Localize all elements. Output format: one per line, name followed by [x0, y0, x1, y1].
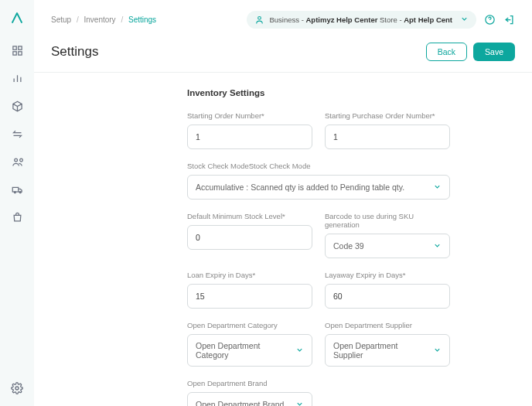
breadcrumb-setup[interactable]: Setup [51, 15, 71, 24]
svg-point-9 [258, 16, 261, 19]
minstock-input[interactable]: 0 [187, 225, 312, 250]
products-icon[interactable] [10, 99, 24, 113]
chevron-down-icon [433, 346, 442, 356]
opendeptbrand-label: Open Department Brand [187, 379, 312, 387]
chevron-down-icon [295, 346, 304, 356]
breadcrumb: Setup / Inventory / Settings [51, 15, 156, 24]
layawayexpiry-input[interactable]: 60 [325, 284, 450, 309]
barcode-label: Barcode to use during SKU generation [325, 212, 450, 229]
titlebar: Settings Back Save [34, 29, 532, 73]
barcode-select[interactable]: Code 39 [325, 234, 450, 258]
save-button[interactable]: Save [473, 43, 515, 61]
person-icon [254, 15, 264, 25]
opendeptbrand-select[interactable]: Open Department Brand [187, 392, 312, 406]
dashboard-icon[interactable] [10, 43, 24, 57]
starting-order-label: Starting Order Number* [187, 111, 312, 120]
context-selector[interactable]: Business - Aptimyz Help Center Store - A… [247, 11, 476, 29]
topbar: Setup / Inventory / Settings Business - … [34, 0, 532, 29]
layawayexpiry-label: Layaway Expiry in Days* [325, 271, 450, 279]
help-icon[interactable] [484, 14, 496, 26]
svg-point-8 [15, 387, 19, 390]
opendeptcat-value: Open Department Category [196, 341, 289, 360]
loanexpiry-input[interactable]: 15 [187, 284, 312, 309]
stockcheck-select[interactable]: Accumulative : Scanned qty is added to P… [187, 175, 450, 200]
opendeptcat-select[interactable]: Open Department Category [187, 334, 312, 367]
starting-order-input[interactable]: 1 [187, 125, 312, 149]
opendeptsup-value: Open Department Supplier [333, 341, 427, 360]
loanexpiry-label: Loan Expiry in Days* [187, 271, 312, 279]
svg-rect-1 [18, 46, 21, 49]
starting-po-input[interactable]: 1 [325, 125, 450, 149]
opendeptcat-label: Open Department Category [187, 321, 312, 329]
chevron-down-icon [433, 241, 442, 251]
shop-icon[interactable] [10, 210, 24, 224]
chevron-down-icon [433, 183, 442, 193]
logout-icon[interactable] [503, 14, 515, 26]
section-title: Inventory Settings [187, 88, 450, 97]
reports-icon[interactable] [10, 71, 24, 85]
transfers-icon[interactable] [10, 127, 24, 141]
settings-icon[interactable] [10, 381, 24, 395]
barcode-value: Code 39 [333, 241, 364, 251]
opendeptbrand-value: Open Department Brand [196, 400, 284, 406]
breadcrumb-settings: Settings [128, 15, 156, 24]
logo[interactable] [10, 11, 24, 25]
page-title: Settings [51, 44, 98, 60]
svg-rect-3 [18, 51, 21, 54]
opendeptsup-select[interactable]: Open Department Supplier [325, 334, 450, 367]
opendeptsup-label: Open Department Supplier [325, 321, 450, 329]
breadcrumb-inventory[interactable]: Inventory [84, 15, 115, 24]
back-button[interactable]: Back [426, 43, 467, 61]
delivery-icon[interactable] [10, 183, 24, 196]
svg-point-4 [14, 159, 17, 162]
customers-icon[interactable] [10, 155, 24, 169]
starting-po-label: Starting Purchase Order Number* [325, 111, 450, 120]
svg-rect-5 [12, 187, 19, 192]
stockcheck-label: Stock Check ModeStock Check Mode [187, 162, 450, 170]
stockcheck-value: Accumulative : Scanned qty is added to P… [196, 183, 404, 192]
context-text: Business - Aptimyz Help Center Store - A… [269, 15, 452, 24]
svg-rect-2 [12, 51, 15, 54]
sidebar [0, 0, 34, 406]
chevron-down-icon [460, 15, 469, 25]
chevron-down-icon [295, 400, 304, 407]
svg-rect-0 [12, 46, 15, 49]
minstock-label: Default Minimum Stock Level* [187, 212, 312, 220]
content: Inventory Settings Starting Order Number… [34, 73, 532, 406]
